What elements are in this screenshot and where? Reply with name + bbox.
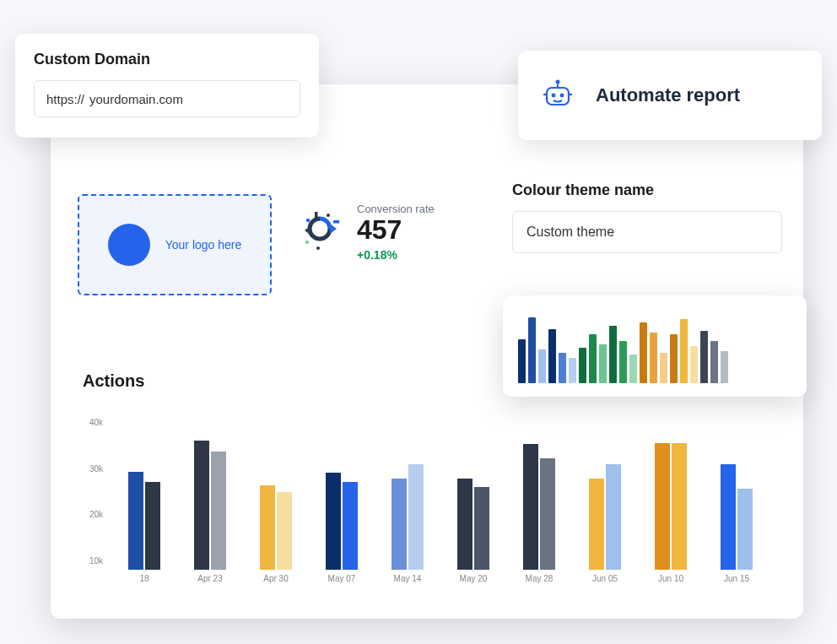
actions-title: Actions (83, 371, 144, 391)
palette-bar (680, 319, 688, 383)
palette-bar (548, 329, 556, 383)
palette-bar (670, 334, 678, 383)
palette-bar (609, 326, 617, 383)
svg-point-4 (560, 94, 564, 98)
chart-bar (326, 473, 341, 570)
svg-marker-13 (330, 224, 337, 234)
x-tick-label: Apr 30 (255, 574, 297, 591)
x-tick-label: Jun 05 (584, 574, 626, 591)
colour-theme-label: Colour theme name (512, 181, 782, 199)
palette-bar (700, 331, 708, 383)
domain-input[interactable]: https:// yourdomain.com (34, 80, 300, 117)
y-tick-label: 10k (83, 555, 103, 565)
svg-point-7 (306, 219, 310, 222)
colour-theme-input[interactable] (512, 211, 782, 253)
metric-value: 457 (357, 215, 435, 245)
palette-bar (619, 341, 627, 383)
svg-rect-10 (333, 220, 339, 224)
chart-bar (540, 458, 555, 570)
logo-dropzone[interactable]: Your logo here (78, 194, 272, 295)
palette-bar (710, 341, 718, 383)
palette-bar (589, 334, 597, 383)
svg-point-9 (327, 214, 330, 217)
x-tick-label: May 14 (386, 574, 429, 591)
x-tick-label: Jun 15 (716, 574, 758, 591)
palette-bar (559, 353, 566, 383)
chart-bar (721, 464, 736, 570)
automate-report-title: Automate report (596, 84, 740, 106)
x-tick-label: May 20 (452, 574, 494, 591)
palette-bar (629, 354, 637, 383)
automate-report-card[interactable]: Automate report (518, 51, 822, 140)
bar-group (721, 464, 753, 570)
palette-bar (650, 333, 657, 383)
chart-bar (211, 452, 226, 570)
bar-group (655, 443, 687, 570)
refresh-icon (300, 208, 343, 256)
metric-label: Conversion rate (357, 203, 435, 215)
svg-point-0 (556, 80, 560, 84)
colour-theme-section: Colour theme name (512, 181, 782, 253)
bar-group (326, 473, 358, 570)
x-tick-label: 18 (123, 574, 165, 591)
domain-prefix: https:// (46, 92, 84, 106)
palette-preview-card (503, 295, 807, 397)
chart-bar (194, 441, 209, 570)
chart-bar (457, 479, 472, 571)
chart-bar (737, 489, 753, 570)
svg-point-3 (552, 94, 556, 98)
bar-group (392, 464, 424, 570)
chart-bar (672, 443, 687, 570)
palette-bar (518, 339, 526, 383)
palette-bar (640, 322, 647, 383)
bar-group (128, 472, 160, 570)
chart-bar (655, 443, 670, 570)
logo-dropzone-label: Your logo here (165, 238, 242, 252)
x-tick-label: Apr 23 (189, 574, 231, 591)
custom-domain-title: Custom Domain (34, 51, 300, 68)
conversion-rate-metric: Conversion rate 457 +0.18% (300, 203, 435, 262)
palette-bar (579, 348, 586, 383)
robot-icon (540, 76, 575, 115)
chart-bar (392, 479, 407, 571)
chart-bar (474, 487, 489, 570)
chart-bar (260, 485, 275, 570)
svg-point-11 (305, 241, 309, 244)
bar-group (523, 444, 555, 570)
x-tick-label: May 07 (321, 574, 363, 591)
actions-chart: 40k30k20k10k 18Apr 23Apr 30May 07May 14M… (83, 422, 770, 591)
chart-bar (523, 444, 538, 570)
bar-group (457, 479, 489, 571)
x-tick-label: Jun 10 (650, 574, 692, 591)
palette-bar (721, 351, 728, 383)
custom-domain-card: Custom Domain https:// yourdomain.com (15, 34, 319, 138)
chart-bar (128, 472, 143, 570)
chart-bar (145, 482, 160, 570)
y-tick-label: 20k (83, 510, 103, 519)
svg-point-12 (316, 246, 320, 250)
logo-placeholder-icon (108, 224, 150, 266)
metric-change: +0.18% (357, 248, 435, 262)
palette-bar (660, 353, 667, 383)
y-tick-label: 40k (83, 418, 103, 427)
palette-bar (528, 317, 536, 383)
y-tick-label: 30k (83, 463, 103, 473)
chart-bar (408, 464, 424, 570)
bar-group (194, 441, 226, 570)
chart-bar (277, 492, 292, 570)
bar-group (260, 485, 292, 570)
chart-bar (606, 464, 621, 570)
bar-group (589, 464, 621, 570)
x-tick-label: May 28 (518, 574, 560, 591)
domain-value: yourdomain.com (89, 92, 183, 106)
chart-bar (589, 479, 604, 571)
palette-bar (599, 344, 607, 383)
chart-bar (343, 482, 358, 570)
palette-bar (538, 349, 546, 383)
palette-bar (690, 346, 698, 383)
palette-bar (569, 358, 576, 383)
